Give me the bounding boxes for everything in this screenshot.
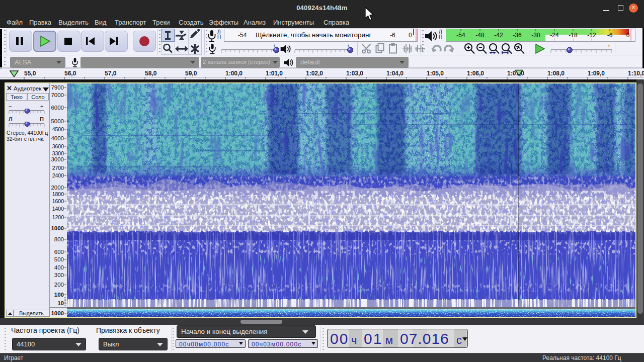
svg-text:-54: -54: [456, 32, 465, 39]
svg-text:0: 0: [626, 32, 630, 39]
svg-text:-42: -42: [494, 32, 503, 39]
svg-text:-12: -12: [587, 32, 596, 39]
svg-text:-18: -18: [569, 32, 578, 39]
svg-text:-6: -6: [607, 32, 613, 39]
svg-text:-36: -36: [513, 32, 522, 39]
svg-text:-24: -24: [550, 32, 559, 39]
svg-text:-48: -48: [475, 32, 485, 39]
svg-text:-30: -30: [531, 32, 540, 39]
